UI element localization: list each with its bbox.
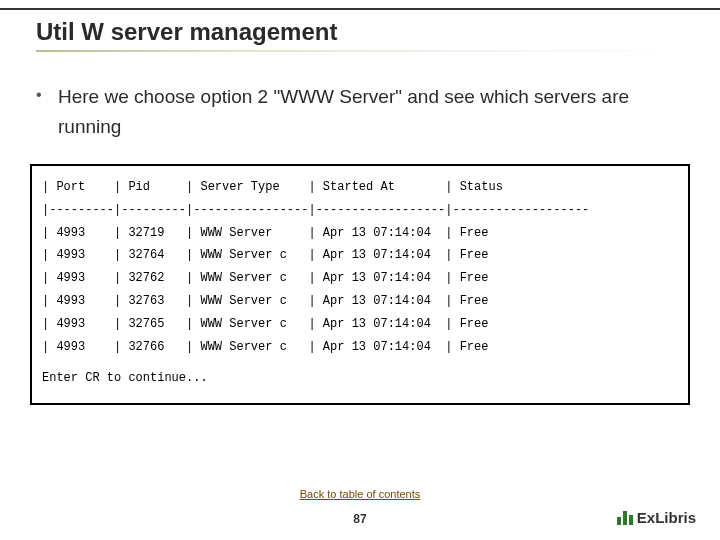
continue-prompt: Enter CR to continue... xyxy=(42,358,678,387)
title-underline xyxy=(36,50,684,52)
table-row: | 4993 | 32766 | WWW Server c | Apr 13 0… xyxy=(42,336,678,359)
logo-text: ExLibris xyxy=(637,509,696,526)
table-row: | 4993 | 32763 | WWW Server c | Apr 13 0… xyxy=(42,290,678,313)
bullet-text: Here we choose option 2 "WWW Server" and… xyxy=(58,82,690,142)
table-row: | 4993 | 32762 | WWW Server c | Apr 13 0… xyxy=(42,267,678,290)
page-number: 87 xyxy=(0,512,720,526)
table-divider: |---------|---------|----------------|--… xyxy=(42,199,678,222)
bullet-block: • Here we choose option 2 "WWW Server" a… xyxy=(36,82,690,142)
page-title: Util W server management xyxy=(36,18,684,46)
logo-bars-icon xyxy=(617,511,633,525)
exlibris-logo: ExLibris xyxy=(617,509,696,526)
table-header-row: | Port | Pid | Server Type | Started At … xyxy=(42,176,678,199)
table-row: | 4993 | 32764 | WWW Server c | Apr 13 0… xyxy=(42,244,678,267)
title-band: Util W server management xyxy=(0,8,720,56)
bullet-dot-icon: • xyxy=(36,82,58,142)
table-row: | 4993 | 32765 | WWW Server c | Apr 13 0… xyxy=(42,313,678,336)
terminal-output: | Port | Pid | Server Type | Started At … xyxy=(30,164,690,405)
back-link-container: Back to table of contents xyxy=(0,484,720,502)
back-to-contents-link[interactable]: Back to table of contents xyxy=(300,488,420,500)
table-row: | 4993 | 32719 | WWW Server | Apr 13 07:… xyxy=(42,222,678,245)
